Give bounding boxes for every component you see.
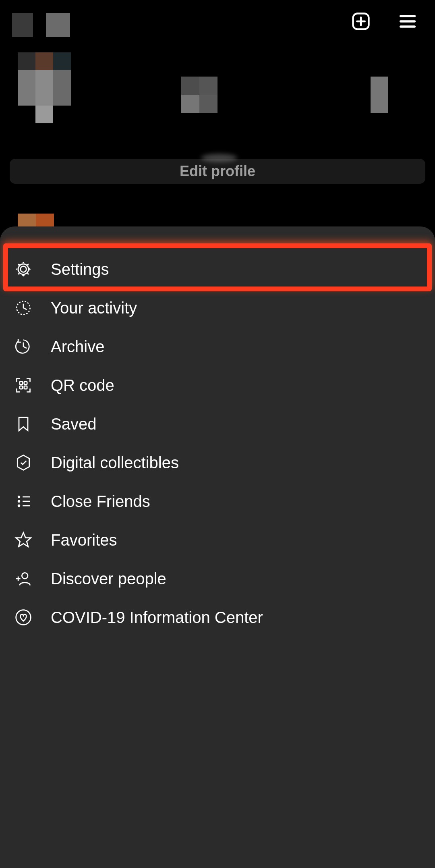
bookmark-icon <box>14 414 33 434</box>
menu-item-covid[interactable]: COVID-19 Information Center <box>0 598 435 637</box>
menu-item-collectibles[interactable]: Digital collectibles <box>0 443 435 482</box>
archive-icon <box>14 337 33 356</box>
svg-point-22 <box>16 610 31 625</box>
svg-point-19 <box>22 573 28 579</box>
stat-following[interactable] <box>371 77 407 113</box>
close-friends-icon <box>14 492 33 511</box>
verified-icon <box>14 453 33 472</box>
plus-square-icon <box>350 11 371 33</box>
profile-stats-redacted <box>181 73 407 117</box>
svg-point-13 <box>18 496 20 498</box>
star-icon <box>14 530 33 550</box>
menu-label: COVID-19 Information Center <box>51 608 263 627</box>
menu-item-saved[interactable]: Saved <box>0 405 435 443</box>
gear-icon <box>14 260 33 279</box>
svg-rect-11 <box>20 386 23 389</box>
svg-rect-9 <box>20 382 23 384</box>
menu-label: Close Friends <box>51 492 150 511</box>
avatar-redacted[interactable] <box>18 52 72 125</box>
options-bottom-sheet: Settings Your activity Archive QR code <box>0 226 435 868</box>
menu-item-favorites[interactable]: Favorites <box>0 521 435 559</box>
menu-item-archive[interactable]: Archive <box>0 327 435 366</box>
menu-item-activity[interactable]: Your activity <box>0 289 435 327</box>
profile-header <box>0 52 435 149</box>
svg-point-7 <box>18 264 29 274</box>
menu-label: Your activity <box>51 299 137 317</box>
menu-label: Saved <box>51 415 96 433</box>
create-button[interactable] <box>349 10 373 34</box>
svg-point-6 <box>21 266 27 272</box>
menu-label: Discover people <box>51 570 166 588</box>
menu-label: Settings <box>51 260 109 278</box>
add-person-icon <box>14 569 33 588</box>
menu-label: QR code <box>51 376 114 395</box>
heart-badge-icon <box>14 608 33 627</box>
svg-rect-12 <box>24 386 27 389</box>
svg-point-14 <box>18 500 20 502</box>
menu-label: Favorites <box>51 531 117 549</box>
options-menu: Settings Your activity Archive QR code <box>0 250 435 637</box>
menu-item-settings[interactable]: Settings <box>0 250 435 289</box>
edit-profile-label: Edit profile <box>180 163 255 180</box>
hamburger-icon <box>397 11 418 33</box>
stat-posts[interactable] <box>181 77 218 113</box>
menu-label: Digital collectibles <box>51 454 179 472</box>
username-redacted[interactable] <box>12 13 70 37</box>
svg-rect-10 <box>24 382 27 384</box>
menu-item-closefriends[interactable]: Close Friends <box>0 482 435 521</box>
menu-item-discover[interactable]: Discover people <box>0 559 435 598</box>
menu-item-qrcode[interactable]: QR code <box>0 366 435 405</box>
activity-icon <box>14 298 33 318</box>
hamburger-button[interactable] <box>396 10 420 34</box>
menu-label: Archive <box>51 338 104 356</box>
qr-icon <box>14 376 33 395</box>
edit-profile-button[interactable]: Edit profile <box>10 159 425 184</box>
svg-point-15 <box>18 505 20 507</box>
